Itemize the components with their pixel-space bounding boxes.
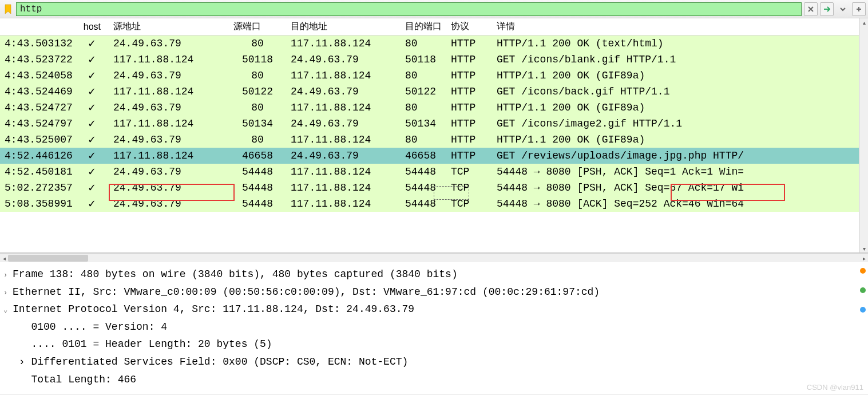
detail-ip-tlen[interactable]: Total Length: 466 — [2, 371, 866, 389]
scroll-right-icon[interactable]: ▸ — [860, 254, 868, 263]
cell-src: 117.11.88.124 — [109, 148, 229, 164]
table-row[interactable]: 5:02.272357✓24.49.63.7954448117.11.88.12… — [0, 180, 868, 196]
col-dport[interactable]: 目的端口 — [401, 18, 446, 35]
cell-proto: HTTP — [446, 84, 492, 100]
scroll-left-icon[interactable]: ◂ — [0, 254, 8, 263]
cell-src: 117.11.88.124 — [109, 84, 229, 100]
cell-time: 4:43.524797 — [0, 116, 74, 132]
scroll-down-icon[interactable]: ▾ — [859, 244, 868, 252]
cell-dst: 117.11.88.124 — [286, 164, 401, 180]
table-row[interactable]: 4:43.524469✓117.11.88.1245012224.49.63.7… — [0, 84, 868, 100]
packet-horizontal-scrollbar[interactable]: ◂ ▸ — [0, 253, 868, 262]
detail-ethernet[interactable]: ›Ethernet II, Src: VMware_c0:00:09 (00:5… — [2, 283, 866, 301]
cell-dport: 50134 — [401, 116, 446, 132]
detail-ip-hlen[interactable]: .... 0101 = Header Length: 20 bytes (5) — [2, 335, 866, 353]
cell-dst: 24.49.63.79 — [286, 52, 401, 68]
table-header-row[interactable]: host 源地址 源端口 目的地址 目的端口 协议 详情 — [0, 18, 868, 35]
cell-info: HTTP/1.1 200 OK (GIF89a) — [492, 132, 868, 148]
detail-frame[interactable]: ›Frame 138: 480 bytes on wire (3840 bits… — [2, 266, 866, 283]
cell-dport: 50122 — [401, 84, 446, 100]
cell-dport: 54448 — [401, 196, 446, 212]
filter-dropdown-button[interactable] — [836, 2, 850, 16]
cell-proto: TCP — [446, 180, 492, 196]
cell-time: 4:52.450181 — [0, 164, 74, 180]
cell-dport: 54448 — [401, 180, 446, 196]
add-filter-button[interactable] — [852, 2, 866, 16]
cell-time: 4:43.524469 — [0, 84, 74, 100]
cell-time: 5:08.358991 — [0, 196, 74, 212]
col-sport[interactable]: 源端口 — [229, 18, 286, 35]
table-row[interactable]: 4:43.503132✓24.49.63.7980117.11.88.12480… — [0, 35, 868, 52]
cell-dport: 80 — [401, 35, 446, 52]
cell-host: ✓ — [74, 196, 109, 212]
col-proto[interactable]: 协议 — [446, 18, 492, 35]
cell-time: 4:43.523722 — [0, 52, 74, 68]
table-row[interactable]: 4:43.524058✓24.49.63.7980117.11.88.12480… — [0, 68, 868, 84]
cell-proto: HTTP — [446, 148, 492, 164]
scroll-thumb[interactable] — [8, 255, 88, 262]
clear-filter-button[interactable] — [804, 2, 818, 16]
table-row[interactable]: 4:52.450181✓24.49.63.7954448117.11.88.12… — [0, 164, 868, 180]
cell-src: 24.49.63.79 — [109, 164, 229, 180]
cell-dst: 117.11.88.124 — [286, 35, 401, 52]
cell-proto: HTTP — [446, 100, 492, 116]
display-filter-input[interactable] — [16, 2, 802, 16]
cell-proto: HTTP — [446, 68, 492, 84]
table-row[interactable]: 4:52.446126✓117.11.88.1244665824.49.63.7… — [0, 148, 868, 164]
cell-info: GET /icons/back.gif HTTP/1.1 — [492, 84, 868, 100]
cell-proto: HTTP — [446, 116, 492, 132]
detail-ip-dscp[interactable]: › Differentiated Services Field: 0x00 (D… — [2, 353, 866, 371]
detail-ip-version[interactable]: 0100 .... = Version: 4 — [2, 318, 866, 336]
cell-dst: 117.11.88.124 — [286, 196, 401, 212]
cell-sport: 50118 — [229, 52, 286, 68]
cell-dst: 24.49.63.79 — [286, 116, 401, 132]
cell-host: ✓ — [74, 164, 109, 180]
cell-dport: 46658 — [401, 148, 446, 164]
col-info[interactable]: 详情 — [492, 18, 868, 35]
cell-host: ✓ — [74, 84, 109, 100]
cell-info: HTTP/1.1 200 OK (GIF89a) — [492, 68, 868, 84]
cell-host: ✓ — [74, 68, 109, 84]
cell-sport: 54448 — [229, 164, 286, 180]
cell-dport: 80 — [401, 68, 446, 84]
table-row[interactable]: 4:43.524727✓24.49.63.7980117.11.88.12480… — [0, 100, 868, 116]
cell-info: GET /icons/image2.gif HTTP/1.1 — [492, 116, 868, 132]
packet-list-pane: host 源地址 源端口 目的地址 目的端口 协议 详情 4:43.503132… — [0, 18, 868, 253]
cell-host: ✓ — [74, 148, 109, 164]
col-src[interactable]: 源地址 — [109, 18, 229, 35]
cell-info: HTTP/1.1 200 OK (text/html) — [492, 35, 868, 52]
cell-host: ✓ — [74, 132, 109, 148]
cell-src: 24.49.63.79 — [109, 180, 229, 196]
packet-table[interactable]: host 源地址 源端口 目的地址 目的端口 协议 详情 4:43.503132… — [0, 18, 868, 212]
cell-proto: TCP — [446, 196, 492, 212]
cell-proto: HTTP — [446, 52, 492, 68]
detail-ip[interactable]: ⌄Internet Protocol Version 4, Src: 117.1… — [2, 301, 866, 318]
cell-host: ✓ — [74, 116, 109, 132]
table-row[interactable]: 4:43.523722✓117.11.88.1245011824.49.63.7… — [0, 52, 868, 68]
cell-time: 4:43.524058 — [0, 68, 74, 84]
col-time[interactable] — [0, 18, 74, 35]
cell-host: ✓ — [74, 35, 109, 52]
cell-dst: 117.11.88.124 — [286, 100, 401, 116]
cell-src: 24.49.63.79 — [109, 100, 229, 116]
bookmark-icon[interactable] — [2, 3, 14, 15]
col-dst[interactable]: 目的地址 — [286, 18, 401, 35]
cell-dport: 54448 — [401, 164, 446, 180]
cell-info: 54448 → 8080 [ACK] Seq=252 Ack=46 Win=64 — [492, 196, 868, 212]
pane-indicator-icon — [860, 268, 866, 313]
apply-filter-button[interactable] — [820, 2, 834, 16]
cell-sport: 80 — [229, 35, 286, 52]
cell-info: HTTP/1.1 200 OK (GIF89a) — [492, 100, 868, 116]
table-row[interactable]: 5:08.358991✓24.49.63.7954448117.11.88.12… — [0, 196, 868, 212]
scroll-up-icon[interactable]: ▴ — [859, 18, 868, 26]
table-row[interactable]: 4:43.524797✓117.11.88.1245013424.49.63.7… — [0, 116, 868, 132]
cell-host: ✓ — [74, 100, 109, 116]
cell-sport: 54448 — [229, 180, 286, 196]
cell-dst: 117.11.88.124 — [286, 132, 401, 148]
packet-detail-pane[interactable]: ›Frame 138: 480 bytes on wire (3840 bits… — [0, 262, 868, 394]
cell-sport: 54448 — [229, 196, 286, 212]
cell-dport: 50118 — [401, 52, 446, 68]
col-host[interactable]: host — [74, 18, 109, 35]
packet-vertical-scrollbar[interactable]: ▴ ▾ — [859, 18, 868, 252]
table-row[interactable]: 4:43.525007✓24.49.63.7980117.11.88.12480… — [0, 132, 868, 148]
